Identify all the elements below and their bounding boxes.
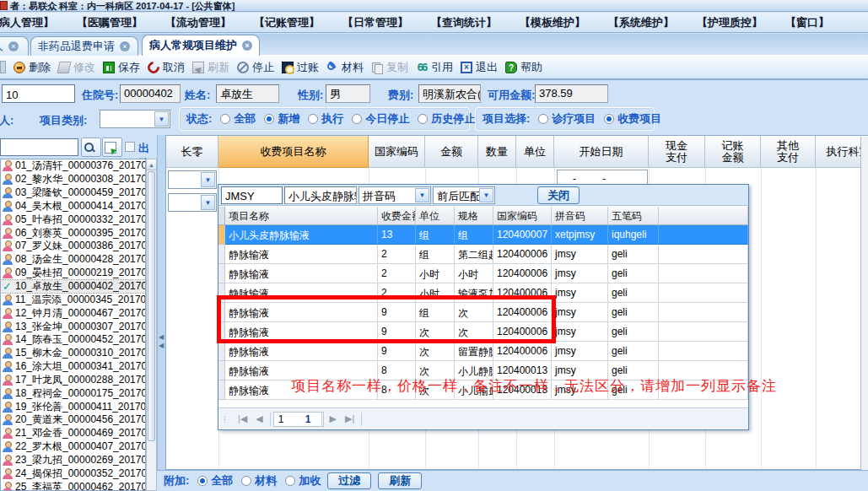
patient-list-item[interactable]: 08_汤金生_00000428_201704 (1, 253, 145, 267)
patient-list-item[interactable]: 04_吴木根_00000414_201704 (1, 200, 145, 213)
navigate-button[interactable] (102, 138, 122, 157)
chevron-down-icon[interactable]: ▼ (201, 195, 215, 210)
patient-list-item[interactable]: 21_邓金香_00000469_201704 (1, 427, 145, 440)
match-mode-combobox[interactable]: 前后匹配 ▼ (433, 186, 495, 204)
menu-item[interactable]: 【流动管理】 (165, 15, 231, 30)
patient-list-item[interactable]: 19_张伦善_00000411_201704 (1, 400, 145, 413)
patient-list-item[interactable]: 17_叶龙凤_00000288_201704 (1, 374, 145, 387)
lookup-column-header-5[interactable]: 国家编码 (493, 207, 552, 225)
filter-button[interactable]: 过滤 (327, 472, 371, 489)
chevron-down-icon[interactable]: ▼ (415, 188, 429, 202)
patient-list-item[interactable]: 22_罗木根_00000407_201704 (1, 440, 145, 454)
discharge-checkbox[interactable] (125, 142, 135, 152)
toolbar-button-material[interactable]: 材料 (326, 60, 364, 75)
status-radio-新增[interactable] (264, 114, 274, 124)
status-radio-全部[interactable] (220, 114, 230, 124)
column-header-8[interactable]: 现金 支付 (649, 136, 705, 168)
toolbar-button-exit[interactable]: 退出 (461, 60, 498, 75)
close-button[interactable]: 关闭 (537, 186, 580, 204)
patient-list-item[interactable]: 05_叶春招_00000332_201704 (1, 213, 145, 226)
grid-combobox-row1[interactable]: ▼ (168, 170, 217, 189)
code-type-combobox[interactable]: 拼音码 ▼ (359, 186, 431, 204)
column-header-4[interactable]: 金额 (425, 136, 478, 168)
status-radio-今日停止[interactable] (352, 114, 362, 124)
chevron-down-icon[interactable]: ▼ (479, 188, 493, 202)
column-header-1[interactable]: 长零 (166, 136, 218, 168)
lookup-grid-row[interactable]: 小儿头皮静脉输液13组组120400007xetpjmsyiquhgeli (218, 225, 748, 245)
toolbar-button-save[interactable]: 保存 (103, 60, 140, 75)
patient-search-input[interactable] (0, 138, 78, 156)
lookup-column-header-7[interactable]: 五笔码 (608, 207, 659, 225)
patient-list-item[interactable]: ✓10_卓放生_00000402_201704 (1, 280, 145, 294)
patient-list-item[interactable]: 09_晏桂招_00000219_201704 (1, 267, 145, 280)
patient-list-item[interactable]: 01_汤清轩_00000376_201704 (1, 159, 145, 173)
toolbar-button-quote[interactable]: 引用 (416, 60, 453, 75)
menu-item[interactable]: 【日常管理】 (342, 15, 408, 30)
status-radio-执行[interactable] (308, 114, 318, 124)
search-button[interactable] (81, 138, 101, 157)
menu-item[interactable]: 【系统维护】 (608, 15, 674, 30)
patient-list-item[interactable]: 07_罗义妹_00000386_201704 (1, 240, 145, 253)
patient-list-item[interactable]: 24_揭保招_00000352_201704 (1, 467, 145, 480)
grid-combobox-row2[interactable]: ▼ (168, 193, 217, 212)
menu-item[interactable]: 【模板维护】 (520, 15, 585, 30)
column-header-2[interactable]: 收费项目名称 (218, 136, 369, 168)
menu-item[interactable]: 【查询统计】 (431, 15, 497, 30)
column-header-10[interactable]: 其他 支付 (761, 136, 816, 168)
popup-code-input[interactable] (221, 186, 283, 204)
patient-list-item[interactable]: 15_柳木金_00000310_201704 (1, 347, 145, 360)
patient-list-item[interactable]: 16_涂大坦_00000341_201704 (1, 360, 145, 374)
current-page-input[interactable] (273, 412, 324, 427)
next-page-button[interactable]: ▶ (329, 413, 336, 424)
attach-radio-全部[interactable] (197, 476, 208, 486)
column-header-7[interactable]: 开始日期 (554, 136, 649, 168)
lookup-column-header-2[interactable]: 收费金额 (378, 207, 416, 225)
patient-list-item[interactable]: 13_张金坤_00000307_201704 (1, 320, 145, 333)
patient-list-item[interactable]: 03_梁隆钦_00000459_201704 (1, 186, 145, 200)
column-header-3[interactable]: 国家编码 (369, 136, 425, 168)
attach-radio-加收[interactable] (285, 476, 295, 486)
item-category-combobox[interactable]: ▼ (100, 110, 170, 128)
lookup-column-header-6[interactable]: 拼音码 (552, 207, 608, 225)
first-page-button[interactable]: |◀ (238, 413, 247, 424)
column-header-9[interactable]: 记账 金额 (705, 136, 761, 168)
patient-list-item[interactable]: 25_李福英_00000462_201704 (1, 480, 145, 491)
close-icon[interactable]: × (8, 41, 19, 51)
patient-list-item[interactable]: 11_温宗添_00000345_201704 (1, 293, 145, 306)
chevron-down-icon[interactable]: ▼ (201, 172, 215, 187)
toolbar-button-delete[interactable]: 删除 (13, 60, 51, 75)
toolbar-button-cancel[interactable]: 取消 (148, 60, 185, 75)
chevron-down-icon[interactable]: ▼ (154, 111, 169, 127)
grid-vertical-scrollbar[interactable] (860, 137, 868, 470)
lookup-grid-row[interactable]: 静脉输液9次留置静脉针120400006jmsygeli (218, 342, 748, 361)
toolbar-button-stop[interactable]: 停止 (237, 60, 274, 75)
lookup-column-header-3[interactable]: 单位 (416, 207, 455, 225)
patient-list-item[interactable]: 18_程祠金_00000175_201704 (1, 386, 145, 400)
menu-item[interactable]: 【医嘱管理】 (77, 15, 143, 30)
patient-list-item[interactable]: 23_梁九招_00000269_201704 (1, 454, 145, 467)
last-page-button[interactable]: ▶| (345, 413, 354, 424)
scrollbar-thumb[interactable] (148, 171, 155, 441)
menu-item[interactable]: 【记账管理】 (254, 15, 320, 30)
toolbar-button-post[interactable]: 过账 (282, 60, 319, 75)
menu-item[interactable]: 【护理质控】 (697, 15, 763, 30)
patient-list-item[interactable]: 12_钟月清_00000467_201704 (1, 306, 145, 320)
item-select-radio-诊疗项目[interactable] (538, 114, 548, 124)
status-radio-历史停止[interactable] (418, 114, 428, 124)
column-header-6[interactable]: 单位 (516, 136, 554, 168)
tab-2[interactable]: 非药品退费申请× (30, 36, 138, 56)
close-icon[interactable]: × (120, 41, 130, 51)
code-input[interactable] (2, 84, 75, 103)
lookup-grid-row[interactable]: 静脉输液2小时小时120400006jmsygeli (218, 264, 748, 283)
patient-list-item[interactable]: 14_陈春玉_00000452_201704 (1, 333, 145, 347)
tab-1[interactable]: 人× (0, 36, 29, 56)
lookup-column-header-4[interactable]: 规格 (455, 207, 493, 225)
panel-splitter[interactable]: ◀◀ (157, 135, 165, 491)
refresh-list-button[interactable]: 刷新 (378, 472, 422, 489)
column-header-5[interactable]: 数量 (478, 136, 516, 168)
lookup-grid-row[interactable]: 静脉输液2组第二组起/120400006jmsygeli (218, 245, 748, 264)
attach-radio-材料[interactable] (241, 476, 251, 486)
patient-list-scrollbar[interactable]: ▲ (146, 159, 157, 491)
tab-3[interactable]: 病人常规项目维护× (142, 35, 260, 56)
patient-list-item[interactable]: 20_黄道来_00000456_201704 (1, 413, 145, 427)
